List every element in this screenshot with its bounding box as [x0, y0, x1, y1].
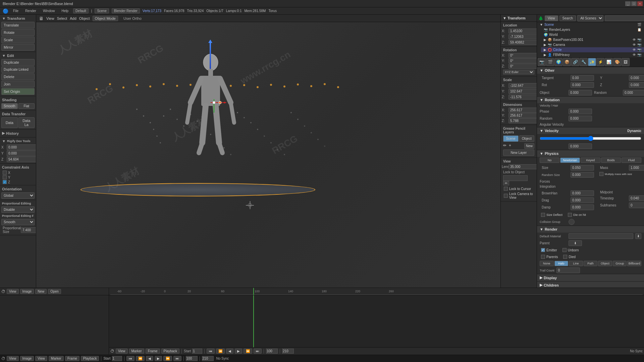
sb-next-key[interactable]: ⏩ [163, 356, 172, 361]
history-header[interactable]: ▶ History [1, 130, 35, 136]
sb-start-input[interactable] [112, 356, 122, 361]
set-origin-button[interactable]: Set Origin [1, 88, 35, 95]
physics-tab[interactable]: ⚡ [596, 58, 604, 66]
outliner-camera-item[interactable]: ▶ 📷 Camera 👁 📷 [541, 42, 644, 47]
pencil-icon[interactable]: ✏ [503, 143, 506, 148]
fbm-vis-icon[interactable]: 👁 [633, 53, 636, 57]
newtonian-button[interactable]: Newtonian [560, 158, 580, 163]
particles-tab[interactable]: ✨ [588, 58, 596, 66]
viewport-object-label[interactable]: Object [79, 16, 90, 20]
multiply-checkbox[interactable] [599, 172, 603, 176]
y-val-input[interactable] [629, 75, 644, 81]
fluid-button[interactable]: Fluid [622, 158, 641, 163]
random-rot-input[interactable] [569, 116, 592, 121]
default-material-input[interactable] [569, 233, 633, 239]
loc-x-input[interactable] [508, 28, 537, 34]
z-val-input[interactable] [629, 82, 644, 88]
mirror-button[interactable]: Mirror [1, 44, 35, 51]
camera-vis-icon[interactable]: 👁 [633, 43, 636, 47]
object-parent-btn[interactable]: Object [598, 261, 612, 266]
outliner-circle-item[interactable]: ▶ ⭕ Circle 👁 📷 [541, 47, 644, 52]
died-checkbox[interactable] [563, 255, 567, 259]
y-axis-checkbox[interactable] [3, 175, 7, 179]
object-prop-input[interactable] [569, 90, 592, 96]
rotation-props-header[interactable]: ▼ Rotation [537, 97, 644, 103]
base-poser-vis-icon[interactable]: 👁 [633, 38, 636, 42]
render-layers-action[interactable]: 📋 [637, 28, 641, 32]
menu-window[interactable]: Window [41, 8, 57, 13]
mode-select[interactable]: Default [73, 8, 89, 13]
sb-jump-end[interactable]: ⏭ [173, 356, 181, 361]
render-props-header[interactable]: ▼ Render [537, 226, 644, 233]
circle-vis-icon[interactable]: 👁 [633, 48, 636, 52]
start-frame-input[interactable] [192, 349, 202, 354]
size-input[interactable] [571, 165, 594, 171]
search-outliner-button[interactable]: Search [559, 15, 576, 21]
status-marker-btn[interactable]: Marker [49, 356, 64, 361]
velocity-header[interactable]: ▼ Velocity Dynamic [537, 127, 644, 134]
viewport-select-label[interactable]: Select [57, 16, 67, 20]
menu-render[interactable]: Render [23, 8, 38, 13]
end-frame-input[interactable] [282, 349, 294, 354]
object-grease-button[interactable]: Object [519, 135, 535, 142]
outliner-render-layers-item[interactable]: 📷 RenderLayers 📋 [541, 27, 644, 32]
status-frame-btn[interactable]: Frame [65, 356, 79, 361]
damp-input[interactable] [571, 204, 594, 210]
outliner-fbm-item[interactable]: ▶ 👤 FBMHeavy 👁 📷 [541, 52, 644, 57]
marker-btn[interactable]: Marker [129, 349, 144, 354]
loc-z-input[interactable] [508, 40, 537, 45]
keyed-button[interactable]: Keyed [581, 158, 600, 163]
outliner-search-input[interactable] [605, 15, 644, 21]
rigify-header[interactable]: ▼ Rigify Dev Tools [1, 138, 35, 144]
z-axis-checkbox[interactable]: ✓ [3, 180, 7, 184]
x-value-input[interactable] [7, 144, 36, 150]
line-parent-btn[interactable]: Line [569, 261, 583, 266]
view-tf-btn[interactable]: View [116, 349, 128, 354]
minimize-button[interactable]: _ [625, 1, 631, 6]
open-button[interactable]: Open [48, 289, 61, 294]
smooth-falloff-select[interactable]: Smooth [1, 219, 35, 225]
join-button[interactable]: Join [1, 81, 35, 87]
lock-object-input[interactable] [503, 175, 528, 181]
view-timeline-button[interactable]: View [7, 289, 19, 294]
none-parent-btn[interactable]: None [540, 261, 554, 266]
scenes-dropdown[interactable]: All Scenes [577, 15, 603, 21]
parents-checkbox[interactable] [541, 255, 545, 259]
rotate-button[interactable]: Rotate [1, 29, 35, 36]
translate-button[interactable]: Translate [1, 22, 35, 28]
x-axis-checkbox[interactable] [3, 171, 7, 175]
physics-header[interactable]: ▼ Physics [537, 150, 644, 157]
other-header[interactable]: ▼ Other [537, 67, 644, 74]
scene-grease-button[interactable]: Scene [503, 135, 519, 142]
drag-input[interactable] [571, 197, 594, 203]
boids-button[interactable]: Boids [601, 158, 621, 163]
modifiers-tab[interactable]: 🔧 [580, 58, 588, 66]
frame-btn[interactable]: Frame [146, 349, 160, 354]
data-tab[interactable]: 📊 [605, 58, 613, 66]
path-parent-btn[interactable]: Path [584, 261, 598, 266]
halo-parent-btn[interactable]: Halo [554, 261, 569, 266]
engine-select[interactable]: Blender Render [112, 8, 140, 13]
size-deflect-checkbox[interactable] [541, 213, 545, 217]
lock-object-pick-btn[interactable]: ✏ [503, 181, 509, 185]
material-tab[interactable]: 🎨 [613, 58, 621, 66]
data-transfer-header[interactable]: Data Transfer [1, 111, 35, 117]
status-view2-btn[interactable]: View [35, 356, 47, 361]
edit-header[interactable]: ▼ Edit [1, 53, 35, 59]
sb-play-rev[interactable]: ◀ [146, 356, 153, 361]
texture-tab[interactable]: 🖼 [622, 58, 630, 66]
scale-z-input[interactable] [508, 95, 537, 100]
tangent-x-input[interactable] [571, 75, 594, 81]
orientation-select[interactable]: Global [1, 192, 35, 199]
close-button[interactable]: × [637, 1, 643, 6]
constraints-tab[interactable]: 🔗 [571, 58, 579, 66]
play-reverse-button[interactable]: ◀ [226, 349, 233, 354]
new-layer-button[interactable]: New Layer [503, 149, 534, 156]
menu-help[interactable]: Help [60, 8, 71, 13]
fbm-render-icon[interactable]: 📷 [637, 53, 641, 57]
next-frame-button[interactable]: ⏩ [244, 349, 252, 354]
group-parent-btn[interactable]: Group [613, 261, 627, 266]
dim-x-input[interactable] [508, 108, 537, 113]
image-button[interactable]: Image [20, 289, 34, 294]
new-timeline-button[interactable]: New [35, 289, 47, 294]
